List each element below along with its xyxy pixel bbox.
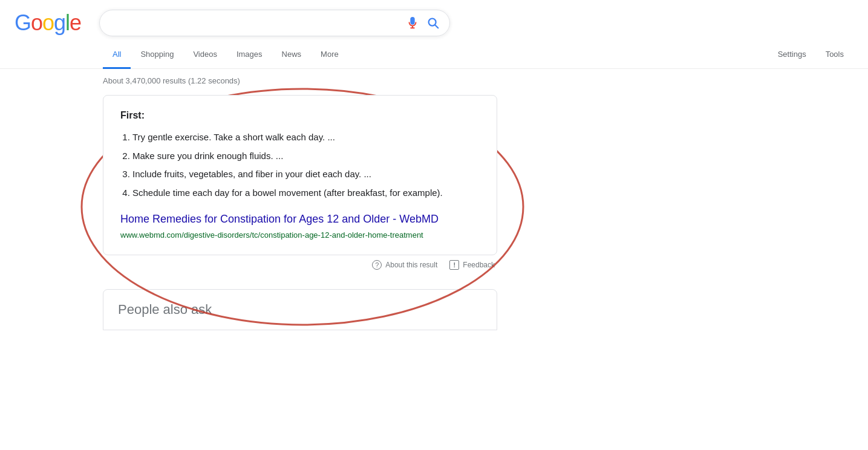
list-item: Include fruits, vegetables, and fiber in… xyxy=(132,168,480,181)
logo-letter-o2: o xyxy=(42,10,54,36)
snippet-label: First: xyxy=(120,110,480,121)
about-this-result-button[interactable]: ? About this result xyxy=(372,260,437,270)
header: Google what to do if you're constipated xyxy=(0,0,868,36)
tab-videos[interactable]: Videos xyxy=(183,41,227,69)
about-result-label: About this result xyxy=(385,261,437,269)
question-circle-icon: ? xyxy=(372,260,382,270)
tab-settings[interactable]: Settings xyxy=(768,41,816,69)
list-item: Make sure you drink enough fluids. ... xyxy=(132,149,480,163)
search-bar[interactable]: what to do if you're constipated xyxy=(99,10,450,36)
logo-letter-e: e xyxy=(70,10,81,36)
tab-shopping[interactable]: Shopping xyxy=(131,41,183,69)
snippet-list: Try gentle exercise. Take a short walk e… xyxy=(120,131,480,200)
tab-news[interactable]: News xyxy=(272,41,312,69)
main-content: About 3,470,000 results (1.22 seconds) F… xyxy=(0,69,544,330)
tab-more[interactable]: More xyxy=(311,41,348,69)
list-item: Try gentle exercise. Take a short walk e… xyxy=(132,131,480,145)
logo-letter-g: G xyxy=(15,10,31,36)
logo-letter-g2: g xyxy=(54,10,65,36)
result-actions: ? About this result ! Feedback xyxy=(103,255,497,275)
logo-letter-l: l xyxy=(65,10,70,36)
source-title-link[interactable]: Home Remedies for Constipation for Ages … xyxy=(120,212,480,227)
feedback-label: Feedback xyxy=(463,261,495,269)
logo-letter-o1: o xyxy=(31,10,42,36)
navigation-bar: All Shopping Videos Images News More Set… xyxy=(0,41,868,69)
search-input[interactable]: what to do if you're constipated xyxy=(109,18,399,28)
tab-images[interactable]: Images xyxy=(227,41,272,69)
tab-tools[interactable]: Tools xyxy=(816,41,853,69)
people-also-ask-title: People also ask xyxy=(103,289,497,330)
search-button[interactable] xyxy=(426,16,440,30)
source-url: www.webmd.com/digestive-disorders/tc/con… xyxy=(120,230,423,240)
nav-right-tabs: Settings Tools xyxy=(768,41,868,68)
feedback-button[interactable]: ! Feedback xyxy=(449,260,495,270)
snippet-card-wrapper: First: Try gentle exercise. Take a short… xyxy=(103,95,544,255)
microphone-icon[interactable] xyxy=(406,16,419,30)
feedback-icon: ! xyxy=(449,260,459,270)
list-item: Schedule time each day for a bowel movem… xyxy=(132,186,480,200)
results-stats: About 3,470,000 results (1.22 seconds) xyxy=(103,69,544,95)
google-logo[interactable]: Google xyxy=(15,10,81,36)
tab-all[interactable]: All xyxy=(103,41,131,69)
featured-snippet: First: Try gentle exercise. Take a short… xyxy=(103,95,497,255)
svg-line-1 xyxy=(435,25,438,28)
people-also-ask-section: People also ask xyxy=(103,289,497,330)
